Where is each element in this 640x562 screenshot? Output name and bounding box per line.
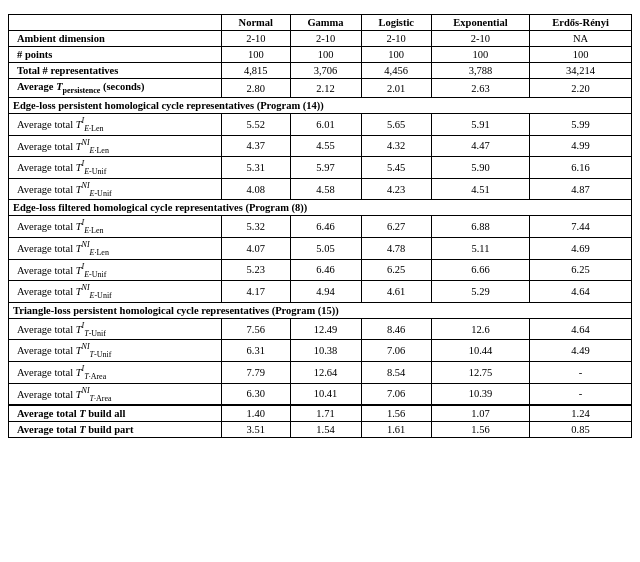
row-value: 6.25 [530,259,632,281]
row-value: 6.46 [290,216,361,238]
table-row: Average total TIE-Unif5.236.466.256.666.… [9,259,632,281]
table-row: Average total TNIE-Unif4.174.944.615.294… [9,281,632,303]
row-value: 10.44 [431,340,529,362]
row-value: 100 [290,47,361,63]
row-label: Average Tpersistence (seconds) [9,79,222,98]
row-value: 4.17 [222,281,290,303]
row-value: 7.06 [361,340,431,362]
row-value: 4.07 [222,238,290,260]
main-table: Normal Gamma Logistic Exponential Erdős-… [8,14,632,438]
row-value: 4.64 [530,318,632,340]
row-value: 6.01 [290,114,361,136]
row-value: 2.63 [431,79,529,98]
section-header-label: Triangle-loss persistent homological cyc… [9,302,632,318]
row-value: 5.45 [361,157,431,179]
row-value: 4.49 [530,340,632,362]
row-value: 4.37 [222,135,290,157]
row-value: 4.69 [530,238,632,260]
section-header-row: Edge-loss persistent homological cycle r… [9,98,632,114]
row-label: Average total TIE-Unif [9,157,222,179]
row-value: 5.99 [530,114,632,136]
row-value: 0.85 [530,422,632,438]
row-value: 5.11 [431,238,529,260]
row-value: 4.87 [530,178,632,200]
row-value: 6.27 [361,216,431,238]
row-label: Average total TNIE-Unif [9,281,222,303]
row-value: 2-10 [222,31,290,47]
row-value: 4.55 [290,135,361,157]
row-value: 12.64 [290,362,361,384]
row-value: 3,788 [431,63,529,79]
row-value: 4,456 [361,63,431,79]
row-value: 1.54 [290,422,361,438]
section-header-label: Edge-loss persistent homological cycle r… [9,98,632,114]
row-value: 2.80 [222,79,290,98]
row-value: 3.51 [222,422,290,438]
section-header-label: Edge-loss filtered homological cycle rep… [9,200,632,216]
row-label: Ambient dimension [9,31,222,47]
row-value: 6.66 [431,259,529,281]
table-row: Average total TIE-Unif5.315.975.455.906.… [9,157,632,179]
table-header-row: Normal Gamma Logistic Exponential Erdős-… [9,15,632,31]
row-label: Total # representatives [9,63,222,79]
row-label: Average total T build part [9,422,222,438]
row-value: 4.58 [290,178,361,200]
row-value: 10.39 [431,383,529,405]
row-label: Average total TNIE·Len [9,135,222,157]
row-value: 4.64 [530,281,632,303]
row-value: 5.52 [222,114,290,136]
row-value: 4.94 [290,281,361,303]
table-row: Average total TNIE·Len4.075.054.785.114.… [9,238,632,260]
row-value: 7.56 [222,318,290,340]
row-value: 1.56 [431,422,529,438]
row-value: 1.56 [361,405,431,422]
row-value: 2-10 [361,31,431,47]
table-row: Average total TIE·Len5.326.466.276.887.4… [9,216,632,238]
row-value: - [530,383,632,405]
row-value: 5.05 [290,238,361,260]
row-value: 1.71 [290,405,361,422]
row-value: 1.61 [361,422,431,438]
row-value: 7.44 [530,216,632,238]
row-label: Average total TNIT-Unif [9,340,222,362]
row-label: Average total TIT-Unif [9,318,222,340]
row-value: 4,815 [222,63,290,79]
row-value: 5.65 [361,114,431,136]
row-label: Average total TIT·Area [9,362,222,384]
col-header-label [9,15,222,31]
row-value: 5.90 [431,157,529,179]
row-value: 5.32 [222,216,290,238]
row-value: 2.20 [530,79,632,98]
row-value: 100 [431,47,529,63]
col-header-logistic: Logistic [361,15,431,31]
row-value: NA [530,31,632,47]
row-value: 6.30 [222,383,290,405]
row-value: 12.6 [431,318,529,340]
row-value: 100 [530,47,632,63]
row-label: Average total TNIE·Len [9,238,222,260]
row-value: 6.16 [530,157,632,179]
row-value: 2.01 [361,79,431,98]
row-value: 1.07 [431,405,529,422]
table-row: Average total TNIE-Unif4.084.584.234.514… [9,178,632,200]
row-label: Average total TNIT·Area [9,383,222,405]
row-value: 3,706 [290,63,361,79]
col-header-exponential: Exponential [431,15,529,31]
row-value: 4.08 [222,178,290,200]
row-label: Average total T build all [9,405,222,422]
row-value: 4.51 [431,178,529,200]
row-value: 5.31 [222,157,290,179]
row-value: 7.06 [361,383,431,405]
row-value: 10.38 [290,340,361,362]
section-header-row: Triangle-loss persistent homological cyc… [9,302,632,318]
row-value: 12.49 [290,318,361,340]
row-value: 6.25 [361,259,431,281]
row-value: 7.79 [222,362,290,384]
row-value: 4.99 [530,135,632,157]
table-row: Average total TIE·Len5.526.015.655.915.9… [9,114,632,136]
row-value: 2-10 [431,31,529,47]
table-row: Average total TNIE·Len4.374.554.324.474.… [9,135,632,157]
row-value: 6.88 [431,216,529,238]
row-value: 8.46 [361,318,431,340]
row-value: 2-10 [290,31,361,47]
